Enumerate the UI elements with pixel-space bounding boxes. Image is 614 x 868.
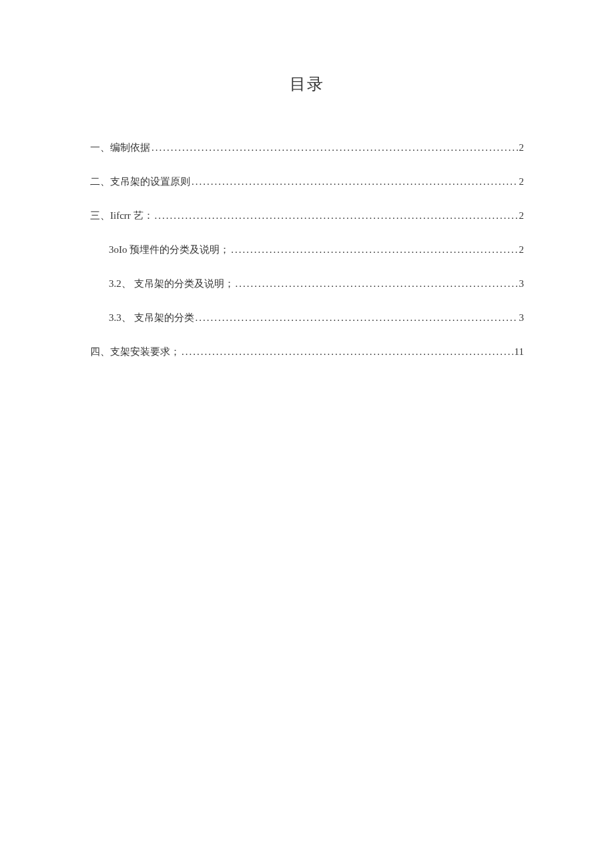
- toc-label: 四、支架安装要求；: [90, 346, 180, 358]
- toc-leader-dots: [196, 312, 518, 324]
- toc-label: 3.2、 支吊架的分类及说明；: [109, 278, 234, 290]
- toc-list: 一、编制依据 2 二、支吊架的设置原则 2 三、Iifcrr 艺： 2 3oIo…: [90, 141, 524, 358]
- toc-entry: 二、支吊架的设置原则 2: [90, 175, 524, 188]
- toc-leader-dots: [182, 346, 513, 358]
- toc-leader-dots: [231, 244, 517, 256]
- toc-page-number: 3: [519, 312, 525, 324]
- toc-page-number: 2: [519, 176, 525, 187]
- toc-page-number: 2: [519, 244, 525, 256]
- toc-page-number: 3: [519, 278, 525, 290]
- toc-entry: 一、编制依据 2: [90, 141, 524, 154]
- toc-entry: 3.3、 支吊架的分类 3: [90, 312, 524, 324]
- toc-label: 3oIo 预埋件的分类及说明；: [109, 244, 230, 256]
- toc-entry: 四、支架安装要求； 11: [90, 346, 524, 358]
- toc-title: 目录: [90, 73, 524, 95]
- toc-page-number: 2: [519, 142, 525, 153]
- toc-leader-dots: [192, 176, 518, 187]
- toc-entry: 3oIo 预埋件的分类及说明； 2: [90, 244, 524, 256]
- toc-leader-dots: [236, 278, 518, 290]
- toc-label: 三、Iifcrr 艺：: [90, 209, 154, 222]
- toc-entry: 3.2、 支吊架的分类及说明； 3: [90, 278, 524, 290]
- toc-label: 一、编制依据: [90, 141, 150, 154]
- toc-leader-dots: [151, 142, 518, 153]
- toc-page-number: 2: [519, 210, 525, 222]
- toc-leader-dots: [155, 210, 518, 222]
- toc-label: 二、支吊架的设置原则: [90, 175, 190, 188]
- toc-label: 3.3、 支吊架的分类: [109, 312, 194, 324]
- toc-entry: 三、Iifcrr 艺： 2: [90, 209, 524, 222]
- document-page: 目录 一、编制依据 2 二、支吊架的设置原则 2 三、Iifcrr 艺： 2 3…: [0, 0, 614, 358]
- toc-page-number: 11: [515, 346, 524, 358]
